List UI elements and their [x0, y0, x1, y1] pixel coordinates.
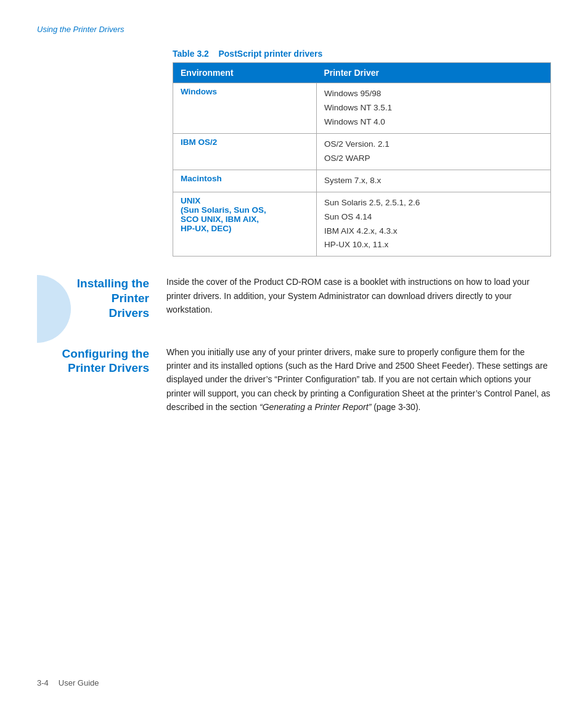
footer-page: 3-4	[37, 678, 49, 688]
env-cell: UNIX(Sun Solaris, Sun OS,SCO UNIX, IBM A…	[173, 192, 317, 257]
printer-drivers-table: Environment Printer Driver WindowsWindow…	[173, 62, 551, 257]
configuring-body-part3: (page 3-30).	[371, 402, 420, 412]
driver-cell: Windows 95/98Windows NT 3.5.1Windows NT …	[316, 83, 550, 134]
configuring-body-italic: “Generating a Printer Report”	[259, 402, 371, 412]
configuring-body: When you initially use any of your print…	[166, 345, 551, 421]
driver-line: OS/2 WARP	[324, 152, 543, 166]
table-row: WindowsWindows 95/98Windows NT 3.5.1Wind…	[173, 83, 551, 134]
footer: 3-4 User Guide	[37, 678, 551, 688]
table-row: MacintoshSystem 7.x, 8.x	[173, 170, 551, 192]
col-driver-header: Printer Driver	[316, 63, 550, 83]
driver-line: Windows NT 3.5.1	[324, 101, 543, 115]
driver-line: Sun OS 4.14	[324, 210, 543, 224]
env-cell: Windows	[173, 83, 317, 134]
col-environment-header: Environment	[173, 63, 317, 83]
configuring-section: Configuring the Printer Drivers When you…	[37, 345, 551, 421]
driver-cell: OS/2 Version. 2.1OS/2 WARP	[316, 133, 550, 170]
driver-line: Windows NT 4.0	[324, 115, 543, 129]
configuring-heading: Configuring the Printer Drivers	[37, 345, 166, 421]
driver-line: OS/2 Version. 2.1	[324, 138, 543, 152]
driver-line: HP-UX 10.x, 11.x	[324, 238, 543, 252]
driver-cell: System 7.x, 8.x	[316, 170, 550, 192]
table-row: IBM OS/2OS/2 Version. 2.1OS/2 WARP	[173, 133, 551, 170]
table-row: UNIX(Sun Solaris, Sun OS,SCO UNIX, IBM A…	[173, 192, 551, 257]
driver-line: Sun Solaris 2.5, 2.5.1, 2.6	[324, 196, 543, 210]
driver-line: Windows 95/98	[324, 87, 543, 101]
table-title: Table 3.2 PostScript printer drivers	[173, 49, 551, 59]
installing-section: Installing the Printer Drivers Inside th…	[37, 275, 551, 322]
table-section: Table 3.2 PostScript printer drivers Env…	[173, 49, 551, 257]
breadcrumb: Using the Printer Drivers	[37, 25, 551, 34]
env-cell: Macintosh	[173, 170, 317, 192]
page-container: Using the Printer Drivers Table 3.2 Post…	[0, 0, 588, 706]
env-cell: IBM OS/2	[173, 133, 317, 170]
driver-line: System 7.x, 8.x	[324, 174, 543, 188]
installing-body: Inside the cover of the Product CD-ROM c…	[166, 275, 551, 322]
footer-label: User Guide	[59, 678, 99, 688]
table-label: PostScript printer drivers	[218, 49, 322, 59]
table-number: Table 3.2	[173, 49, 209, 59]
driver-line: IBM AIX 4.2.x, 4.3.x	[324, 224, 543, 239]
driver-cell: Sun Solaris 2.5, 2.5.1, 2.6Sun OS 4.14IB…	[316, 192, 550, 257]
